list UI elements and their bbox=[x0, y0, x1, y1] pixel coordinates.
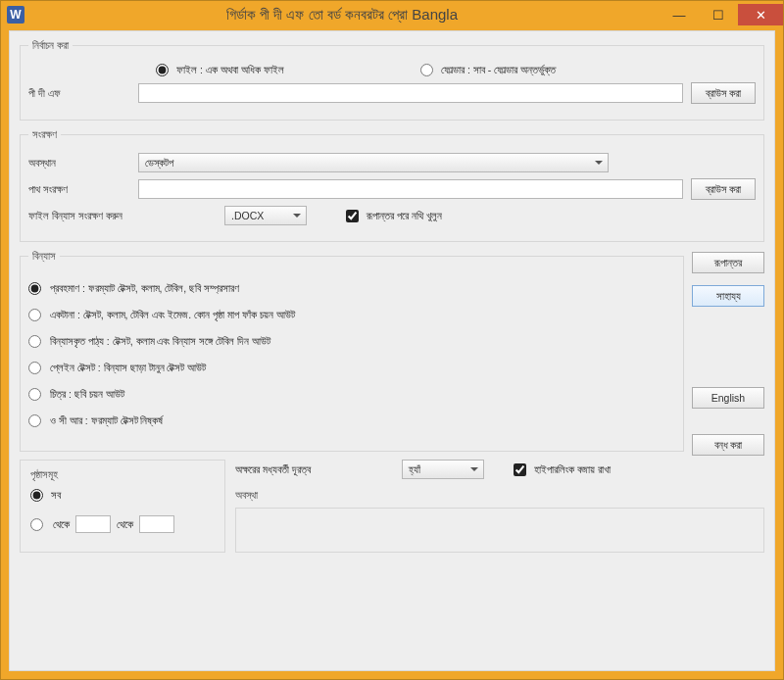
section-layout: বিন্যাস প্রবহমাণ : ফরম্যাট টেক্সট, কলাম,… bbox=[20, 250, 684, 452]
close-button[interactable]: বন্ধ করা bbox=[692, 434, 764, 456]
status-box bbox=[235, 508, 764, 553]
pages-range[interactable]: থেকে থেকে bbox=[30, 515, 215, 533]
section-save: সংরক্ষণ অবস্থান ডেস্কটপ পাথ সংরক্ষণ ব্রা… bbox=[20, 128, 764, 242]
maximize-button[interactable]: ☐ bbox=[699, 4, 738, 25]
layout-plain[interactable]: প্লেইন টেক্সট : বিন্যাস ছাড়া টানুন টেক্… bbox=[28, 362, 675, 374]
browse-pdf-button[interactable]: ব্রাউস করা bbox=[691, 82, 756, 104]
pages-all[interactable]: সব bbox=[30, 489, 215, 502]
savepath-input[interactable] bbox=[138, 179, 683, 199]
label-pdf: পী দী এফ bbox=[28, 87, 138, 100]
app-icon: W bbox=[7, 6, 24, 24]
page-from-input[interactable] bbox=[75, 515, 111, 533]
section-layout-legend: বিন্যাস bbox=[28, 250, 60, 263]
section-select-legend: নির্বাচন করা bbox=[28, 39, 73, 52]
status-label: অবস্থা bbox=[235, 489, 764, 502]
minimize-button[interactable]: — bbox=[660, 4, 699, 25]
help-button[interactable]: সাহায্য bbox=[692, 285, 764, 307]
char-spacing-select[interactable]: হ্যাঁ bbox=[402, 460, 484, 479]
radio-folder[interactable]: ফোল্ডার : সাব - ফোল্ডার অন্তর্ভুক্ত bbox=[420, 64, 556, 76]
titlebar: W গির্ডাক পী দী এফ তো বর্ড কনবরটর প্রো B… bbox=[1, 1, 783, 28]
label-location: অবস্থান bbox=[28, 157, 138, 170]
layout-formatted[interactable]: বিন্যাসকৃত পাঠ্য : টেক্সট, কলাম এবং বিন্… bbox=[28, 335, 675, 348]
convert-button[interactable]: রূপান্তর bbox=[692, 252, 764, 273]
format-select[interactable]: .DOCX bbox=[224, 206, 307, 225]
layout-image[interactable]: চিত্র : ছবি চয়ন আউট bbox=[28, 388, 675, 401]
pdf-path-input[interactable] bbox=[138, 83, 683, 103]
browse-savepath-button[interactable]: ব্রাউস করা bbox=[691, 178, 756, 200]
pages-box: পৃষ্ঠাসমূহ সব থেকে থেকে bbox=[20, 460, 225, 553]
layout-continuous[interactable]: একটানা : টেক্সট, কলাম, টেবিল এবং ইমেজ. ক… bbox=[28, 309, 675, 321]
layout-flowing[interactable]: প্রবহমাণ : ফরম্যাট টেক্সট, কলাম, টেবিল, … bbox=[28, 282, 675, 295]
close-window-button[interactable]: ✕ bbox=[738, 4, 783, 25]
english-button[interactable]: English bbox=[692, 387, 764, 409]
window-title: গির্ডাক পী দী এফ তো বর্ড কনবরটর প্রো Ban… bbox=[24, 6, 660, 24]
section-save-legend: সংরক্ষণ bbox=[28, 128, 61, 141]
radio-file[interactable]: ফাইল : এক অথবা অধিক ফাইল bbox=[156, 64, 420, 76]
keep-hyperlinks-checkbox[interactable]: হাইপারলিংক বজায় রাখা bbox=[514, 463, 611, 476]
label-format: ফাইল বিন্যাস সংরক্ষণ করুন bbox=[28, 210, 224, 222]
section-select: নির্বাচন করা ফাইল : এক অথবা অধিক ফাইল ফো… bbox=[20, 39, 764, 121]
pages-to-label: থেকে bbox=[117, 518, 133, 531]
layout-ocr[interactable]: ও সী আর : ফরম্যাট টেক্সট নিষ্কর্ষ bbox=[28, 414, 675, 427]
open-after-checkbox[interactable]: রূপান্তর পরে নথি খুলুন bbox=[346, 210, 442, 222]
pages-legend: পৃষ্ঠাসমূহ bbox=[30, 468, 215, 481]
page-to-input[interactable] bbox=[139, 515, 174, 533]
char-spacing-label: অক্ষরের মধ্যবর্তী দূরত্ব bbox=[235, 463, 402, 476]
label-savepath: পাথ সংরক্ষণ bbox=[28, 183, 138, 196]
location-select[interactable]: ডেস্কটপ bbox=[138, 153, 609, 172]
